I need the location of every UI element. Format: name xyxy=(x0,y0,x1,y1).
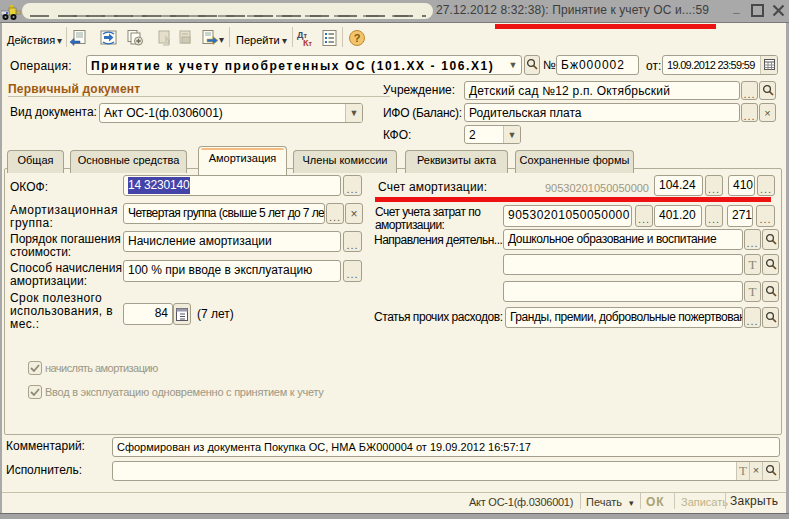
svg-text:?: ? xyxy=(354,32,361,44)
